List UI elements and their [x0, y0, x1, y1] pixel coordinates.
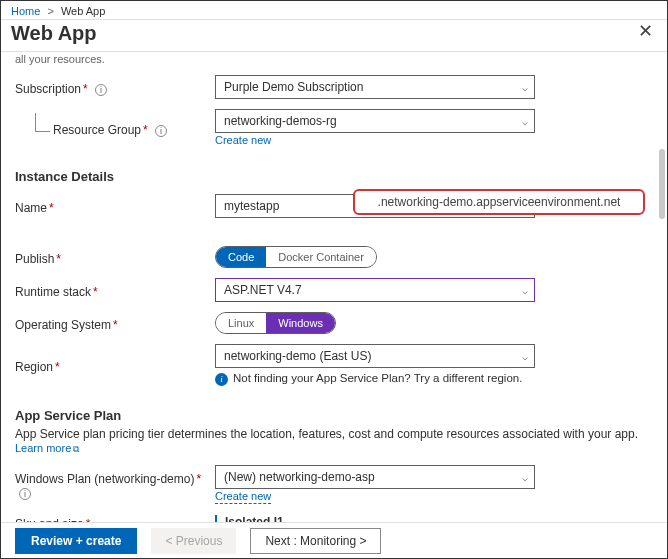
sku-label: Sku and size*	[15, 513, 215, 522]
region-hint: iNot finding your App Service Plan? Try …	[215, 372, 535, 386]
app-service-plan-heading: App Service Plan	[15, 408, 653, 423]
domain-suffix-callout: .networking-demo.appserviceenvironment.n…	[353, 189, 645, 215]
scrollbar-thumb[interactable]	[659, 149, 665, 219]
info-icon[interactable]: i	[95, 84, 107, 96]
next-button[interactable]: Next : Monitoring >	[250, 528, 381, 554]
panel-header: Web App ✕	[1, 20, 667, 52]
breadcrumb: Home > Web App	[1, 1, 667, 20]
wizard-footer: Review + create < Previous Next : Monito…	[1, 522, 667, 558]
publish-option-docker[interactable]: Docker Container	[266, 247, 376, 267]
name-label: Name*	[15, 197, 215, 215]
runtime-stack-select[interactable]: ASP.NET V4.7 ⌵	[215, 278, 535, 302]
review-create-button[interactable]: Review + create	[15, 528, 137, 554]
info-icon[interactable]: i	[155, 125, 167, 137]
info-icon: i	[215, 373, 228, 386]
resource-group-select[interactable]: networking-demos-rg ⌵	[215, 109, 535, 133]
publish-option-code[interactable]: Code	[216, 247, 266, 267]
subscription-label: Subscription* i	[15, 78, 215, 96]
sku-summary: Isolated I1 210 total ACU, 3.5 GB memory…	[215, 515, 535, 522]
os-toggle: Linux Windows	[215, 312, 336, 334]
publish-label: Publish*	[15, 248, 215, 266]
external-link-icon: ⧉	[73, 444, 79, 454]
intro-truncated: all your resources.	[15, 53, 653, 65]
sku-name: Isolated I1	[225, 515, 535, 522]
operating-system-label: Operating System*	[15, 314, 215, 332]
region-select[interactable]: networking-demo (East US) ⌵	[215, 344, 535, 368]
breadcrumb-home[interactable]: Home	[11, 5, 40, 17]
chevron-down-icon: ⌵	[522, 472, 528, 483]
chevron-down-icon: ⌵	[522, 285, 528, 296]
info-icon[interactable]: i	[19, 488, 31, 500]
breadcrumb-current: Web App	[61, 5, 105, 17]
chevron-down-icon: ⌵	[522, 82, 528, 93]
windows-plan-select[interactable]: (New) networking-demo-asp ⌵	[215, 465, 535, 489]
region-label: Region*	[15, 356, 215, 374]
resource-group-label: Resource Group* i	[15, 119, 215, 137]
chevron-down-icon: ⌵	[522, 351, 528, 362]
plan-description: App Service plan pricing tier determines…	[15, 427, 653, 441]
os-option-linux[interactable]: Linux	[216, 313, 266, 333]
publish-toggle: Code Docker Container	[215, 246, 377, 268]
close-icon[interactable]: ✕	[634, 20, 657, 42]
previous-button: < Previous	[151, 528, 236, 554]
windows-plan-create-new-link[interactable]: Create new	[215, 490, 271, 504]
windows-plan-label: Windows Plan (networking-demo)* i	[15, 468, 215, 500]
runtime-stack-label: Runtime stack*	[15, 281, 215, 299]
os-option-windows[interactable]: Windows	[266, 313, 335, 333]
form-content: all your resources. Subscription* i Purp…	[1, 49, 667, 522]
page-title: Web App	[11, 22, 97, 45]
breadcrumb-separator: >	[47, 5, 53, 17]
chevron-down-icon: ⌵	[522, 116, 528, 127]
subscription-select[interactable]: Purple Demo Subscription ⌵	[215, 75, 535, 99]
learn-more-link[interactable]: Learn more⧉	[15, 442, 79, 454]
resource-group-create-new-link[interactable]: Create new	[215, 134, 271, 146]
instance-details-heading: Instance Details	[15, 169, 653, 184]
